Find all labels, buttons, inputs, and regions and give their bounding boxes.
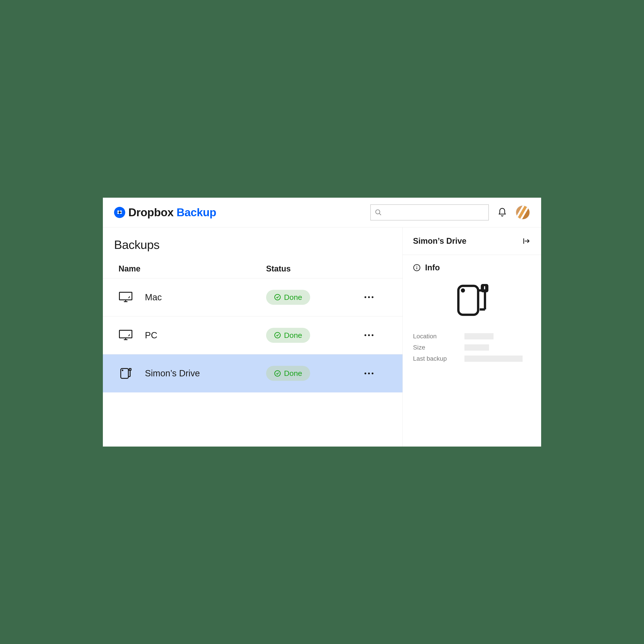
main-panel: Backups Name Status	[103, 227, 403, 447]
drive-icon	[119, 367, 133, 379]
svg-rect-7	[119, 330, 132, 338]
status-badge: Done	[266, 366, 310, 381]
info-row: Size	[413, 344, 531, 351]
info-label: Last backup	[413, 355, 464, 362]
backups-table: Name Status Mac	[103, 260, 403, 392]
row-more-button[interactable]	[351, 373, 387, 374]
row-name: PC	[145, 330, 157, 340]
bell-icon	[497, 208, 507, 217]
check-circle-icon	[274, 332, 281, 339]
svg-point-1	[376, 210, 380, 214]
collapse-right-icon	[522, 237, 530, 245]
search-box[interactable]	[370, 204, 489, 220]
row-name: Mac	[145, 292, 162, 302]
collapse-panel-button[interactable]	[522, 237, 531, 246]
info-row: Location	[413, 333, 531, 340]
search-icon	[375, 209, 382, 216]
row-more-button[interactable]	[351, 296, 387, 298]
row-name: Simon’s Drive	[145, 368, 200, 378]
info-row: Last backup	[413, 355, 531, 362]
svg-rect-3	[119, 292, 132, 300]
details-panel: Simon’s Drive Info	[403, 227, 541, 447]
svg-rect-13	[129, 369, 131, 370]
status-badge: Done	[266, 290, 310, 305]
info-label: Size	[413, 344, 464, 351]
page-title: Backups	[103, 238, 403, 260]
monitor-icon	[119, 329, 133, 341]
info-label: Location	[413, 333, 464, 340]
details-title: Simon’s Drive	[413, 236, 466, 246]
col-name: Name	[119, 264, 266, 273]
monitor-icon	[119, 291, 133, 303]
info-section-header: Info	[403, 255, 541, 275]
app-header: Dropbox Backup	[103, 198, 541, 227]
table-row[interactable]: Mac Done	[103, 278, 403, 316]
search-input[interactable]	[385, 208, 484, 216]
dropbox-logo-icon	[114, 207, 125, 218]
drive-large-icon	[403, 275, 541, 330]
svg-point-19	[416, 266, 417, 266]
table-header: Name Status	[103, 260, 403, 278]
row-more-button[interactable]	[351, 334, 387, 336]
app-window: Dropbox Backup Backups Name Status	[103, 198, 541, 447]
svg-point-21	[462, 289, 464, 291]
info-value-placeholder	[464, 344, 489, 351]
check-circle-icon	[274, 294, 281, 301]
table-row[interactable]: Simon’s Drive Done	[103, 354, 403, 392]
brand-text: Dropbox Backup	[128, 206, 216, 219]
notifications-button[interactable]	[496, 206, 509, 219]
col-status: Status	[266, 264, 351, 273]
brand[interactable]: Dropbox Backup	[114, 206, 216, 219]
svg-rect-22	[482, 285, 487, 291]
info-value-placeholder	[464, 333, 494, 339]
avatar[interactable]	[516, 205, 530, 220]
info-icon	[413, 264, 421, 271]
svg-point-12	[122, 370, 123, 371]
svg-line-2	[379, 213, 381, 215]
table-row[interactable]: PC Done	[103, 316, 403, 354]
check-circle-icon	[274, 370, 281, 377]
info-value-placeholder	[464, 356, 523, 362]
status-badge: Done	[266, 328, 310, 343]
